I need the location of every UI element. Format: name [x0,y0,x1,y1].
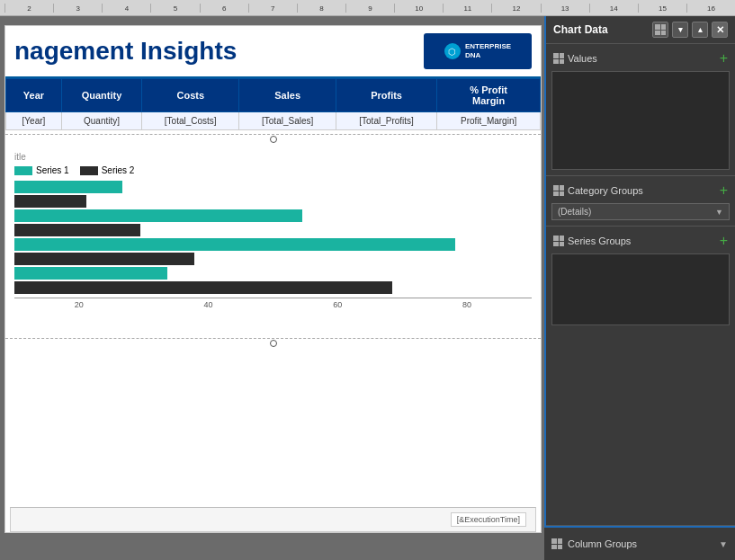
bar-row-2 [14,209,532,222]
grid-tool-btn[interactable] [652,22,668,38]
bottom-bar: [&ExecutionTime] [10,507,536,532]
report-header: nagement Insights ⬡ ENTERPRISE DNA [5,26,541,78]
col-quantity: Quantity [61,79,141,112]
bar-chart: 20 40 60 80 [14,181,532,327]
bar-teal-4 [14,267,167,280]
data-table: Year Quantity Costs Sales Profits % Prof… [5,78,541,130]
bar-row-4 [14,267,532,280]
ruler: 2 3 4 5 6 7 8 9 10 11 12 13 14 15 16 [0,0,735,16]
table-header-row: Year Quantity Costs Sales Profits % Prof… [6,79,541,112]
series-grid-icon [553,236,564,246]
values-section: Values + [546,44,735,176]
column-groups-collapse-icon[interactable]: ▼ [719,539,728,549]
col-costs: Costs [142,79,239,112]
chart-title: itle [14,152,532,162]
column-groups-label: Column Groups [568,538,637,549]
up-tool-btn[interactable]: ▴ [692,22,708,38]
canvas: nagement Insights ⬡ ENTERPRISE DNA Year … [0,16,546,560]
category-dropdown[interactable]: (Details) ▼ [551,203,730,220]
table-field-row: [Year] Quantity] [Total_Costs] [Total_Sa… [6,112,541,130]
axis-label-80: 80 [402,300,532,309]
axis-label-40: 40 [144,300,273,309]
panel-body: Values + Category Groups + [546,44,735,526]
bar-row-2b [14,224,532,236]
panel-toolbar: ▾ ▴ ✕ [652,22,728,38]
series-add-btn[interactable]: + [720,234,728,248]
values-add-btn[interactable]: + [720,51,728,66]
report-title: nagement Insights [14,37,424,66]
category-grid-icon [553,185,564,196]
axis-label-60: 60 [273,300,403,309]
bar-row-4b [14,281,532,294]
enterprise-logo: ⬡ ENTERPRISE DNA [424,33,532,69]
field-year: [Year] [6,112,62,130]
values-label: Values [568,53,597,64]
panel-title: Chart Data [553,23,608,36]
ruler-marks: 2 3 4 5 6 7 8 9 10 11 12 13 14 15 16 [4,4,735,13]
field-profits: [Total_Profits] [336,112,436,130]
handle-circle[interactable] [270,136,277,143]
handle-circle-bottom[interactable] [270,340,277,347]
grid-icon [655,24,666,35]
category-groups-section: Category Groups + (Details) ▼ [546,176,735,227]
values-title: Values [553,53,597,64]
values-content [551,71,730,170]
field-sales: [Total_Sales] [239,112,336,130]
enterprise-logo-icon: ⬡ [444,43,461,59]
series-groups-section: Series Groups + [546,227,735,526]
bar-row-1b [14,195,532,208]
legend-color-series2 [80,166,98,175]
series-groups-content [551,253,730,325]
bar-row-3 [14,238,532,251]
bar-teal-3 [14,238,455,251]
col-profits: Profits [336,79,436,112]
axis-label-20: 20 [14,300,144,309]
legend-series1: Series 1 [14,165,69,175]
field-quantity: Quantity] [61,112,141,130]
bar-dark-4 [14,281,392,294]
series-title: Series Groups [553,236,631,246]
column-groups-grid-icon [551,538,562,549]
series-label: Series Groups [568,236,631,246]
legend-color-series1 [14,166,32,175]
category-label: Category Groups [568,185,643,196]
bar-dark-2 [14,224,140,236]
resize-handle-bottom[interactable] [5,338,541,349]
resize-handle-top[interactable] [5,134,541,145]
series-section-header: Series Groups + [551,230,730,252]
values-grid-icon [553,53,564,64]
close-tool-btn[interactable]: ✕ [712,22,728,38]
category-dropdown-value: (Details) [558,207,591,217]
bar-dark-1 [14,195,86,208]
dropdown-arrow-icon: ▼ [715,208,723,217]
chart-data-panel: Chart Data ▾ ▴ ✕ [544,16,735,526]
field-costs: [Total_Costs] [142,112,239,130]
bar-dark-3 [14,253,194,265]
legend-label-series1: Series 1 [36,165,69,175]
legend-label-series2: Series 2 [102,165,135,175]
panel-header: Chart Data ▾ ▴ ✕ [546,16,735,44]
report-area: nagement Insights ⬡ ENTERPRISE DNA Year … [4,25,542,533]
legend-series2: Series 2 [80,165,135,175]
category-add-btn[interactable]: + [720,183,728,198]
bar-teal-1 [14,181,122,193]
category-section-header: Category Groups + [551,180,730,201]
chart-legend: Series 1 Series 2 [14,165,532,175]
col-year: Year [6,79,62,112]
down-tool-btn[interactable]: ▾ [672,22,688,38]
chart-area: itle Series 1 Series 2 [5,145,541,334]
values-section-header: Values + [551,48,730,69]
field-profit-margin: Profit_Margin] [437,112,541,130]
enterprise-logo-text: ENTERPRISE DNA [465,42,511,59]
column-groups-bar: Column Groups ▼ [544,526,735,560]
bar-teal-2 [14,209,302,222]
chart-axis: 20 40 60 80 [14,298,532,309]
col-profit-margin: % Profit Margin [437,79,541,112]
col-sales: Sales [239,79,336,112]
bar-row-3b [14,253,532,265]
bar-row-1 [14,181,532,193]
execution-time: [&ExecutionTime] [451,512,526,527]
category-title: Category Groups [553,185,643,196]
